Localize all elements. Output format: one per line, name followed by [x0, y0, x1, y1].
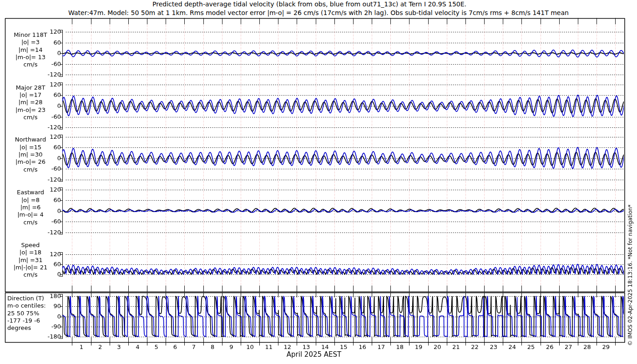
- panel-label-minor-line: Minor 118T: [4, 31, 57, 39]
- day-label: 17: [372, 344, 390, 350]
- day-label: 26: [541, 344, 559, 350]
- y-tick-label: -120: [42, 229, 61, 236]
- panel-label-major-line: |o| =17: [4, 91, 57, 99]
- panel-label-major-line: Major 28T: [4, 84, 57, 91]
- day-label: 3: [110, 344, 128, 350]
- panel-label-direction-line: m-o centiles:: [6, 302, 61, 309]
- day-label: 27: [559, 344, 577, 350]
- day-label: 1: [72, 344, 91, 350]
- panel-label-major-line: |m| =28: [4, 99, 57, 106]
- panel-label-minor-line: |m| =14: [4, 46, 57, 54]
- panel-label-major-line: |m-o|= 23: [4, 106, 57, 114]
- panel-label-eastward-line: |m-o|= 4: [4, 211, 57, 218]
- day-label: 19: [410, 344, 428, 350]
- day-label: 11: [260, 344, 278, 350]
- day-label: 9: [222, 344, 240, 350]
- day-label: 5: [147, 344, 166, 350]
- panel-label-direction-line: -177 -19 -6: [6, 317, 61, 324]
- x-axis-title: April 2025 AEST: [200, 350, 428, 359]
- day-label: 16: [353, 344, 371, 350]
- y-tick-label: -120: [42, 124, 61, 131]
- day-label: 14: [316, 344, 334, 350]
- day-label: 22: [465, 344, 484, 350]
- tidal-velocity-plot-canvas: [0, 0, 637, 364]
- day-label: 10: [241, 344, 259, 350]
- panel-label-eastward-line: cm/s: [4, 219, 57, 226]
- panel-label-speed-line: cm/s: [4, 271, 57, 278]
- panel-label-eastward-line: Eastward: [4, 189, 57, 196]
- panel-label-speed-line: |m|-|o|= 21: [4, 264, 57, 271]
- panel-label-northward-line: Northward: [4, 136, 57, 143]
- panel-label-direction-line: degrees: [6, 324, 61, 332]
- y-tick-label: -120: [42, 71, 61, 78]
- figure-page: { "header": { "title_line1": "Predicted …: [0, 0, 637, 364]
- day-label: 24: [503, 344, 521, 350]
- day-label: 4: [128, 344, 147, 350]
- panel-label-northward-line: |o| =15: [4, 144, 57, 151]
- panel-label-major-line: cm/s: [4, 114, 57, 121]
- panel-label-minor-line: cm/s: [4, 61, 57, 68]
- day-label: 25: [522, 344, 540, 350]
- day-label: 13: [297, 344, 315, 350]
- panel-label-eastward-line: |o| =8: [4, 197, 57, 204]
- day-label: 8: [203, 344, 222, 350]
- day-label: 12: [278, 344, 297, 350]
- day-label: 21: [447, 344, 465, 350]
- day-label: 29: [597, 344, 615, 350]
- panel-label-northward-line: cm/s: [4, 166, 57, 173]
- panel-label-speed-line: Speed: [4, 242, 57, 249]
- y-tick-label: -180: [42, 333, 61, 340]
- panel-label-speed-line: |o| =18: [4, 249, 57, 256]
- day-label: 20: [428, 344, 446, 350]
- day-label: 28: [578, 344, 596, 350]
- panel-label-northward-line: |m| =30: [4, 151, 57, 158]
- day-label: 6: [166, 344, 184, 350]
- panel-label-direction-line: Direction (T): [6, 295, 61, 302]
- panel-label-minor-line: |o| =3: [4, 39, 57, 46]
- y-tick-label: -120: [42, 176, 61, 183]
- day-label: 2: [91, 344, 109, 350]
- panel-label-northward-line: |m-o|= 26: [4, 158, 57, 166]
- panel-label-minor-line: |m-o|= 13: [4, 54, 57, 61]
- day-label: 15: [334, 344, 353, 350]
- day-label: 18: [391, 344, 409, 350]
- panel-label-eastward-line: |m| =6: [4, 204, 57, 211]
- day-label: 7: [185, 344, 203, 350]
- panel-label-direction-line: 25 50 75%: [6, 310, 61, 317]
- panel-label-speed-line: |m| =31: [4, 257, 57, 264]
- day-label: 23: [485, 344, 503, 350]
- imos-watermark: © IMOS 02-Apr-2025 18:13:16. *Not for na…: [627, 204, 633, 346]
